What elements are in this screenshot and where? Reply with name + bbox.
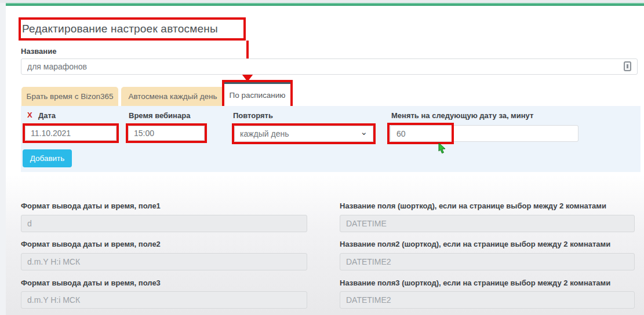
date-annotation-box xyxy=(23,123,119,143)
tab-schedule[interactable]: По расписанию xyxy=(224,82,290,106)
title-annotation-box: Редактирование настроек автосмены xyxy=(19,17,246,41)
minutes-input[interactable] xyxy=(390,125,578,142)
format-field1-label: Формат вывода даты и время, поле1 xyxy=(21,202,307,210)
time-label: Время вебинара xyxy=(129,111,190,120)
time-input[interactable] xyxy=(128,126,205,141)
top-green-line xyxy=(5,3,644,6)
autoswap-settings-page: Редактирование настроек автосмены Назван… xyxy=(0,0,644,315)
shortcode-field1-input[interactable] xyxy=(340,215,635,232)
tab-daily[interactable]: Автосмена каждый день xyxy=(121,87,224,106)
chevron-down-icon: ⌄ xyxy=(360,127,368,137)
schedule-panel: X Дата Время вебинара Повторять Менять н… xyxy=(21,106,641,172)
format-field3-label: Формат вывода даты и время, поле3 xyxy=(21,279,307,287)
tab-bizon365[interactable]: Брать время с Bizon365 xyxy=(21,87,118,106)
repeat-select-value: каждый день xyxy=(240,129,289,138)
shortcode-field2-label: Название поля2 (шорткод), если на страни… xyxy=(340,240,635,248)
format-field2-label: Формат вывода даты и время, поле2 xyxy=(21,240,307,248)
time-annotation-box xyxy=(126,123,207,143)
format-field2-input[interactable] xyxy=(21,253,307,270)
minutes-label: Менять на следующую дату за, минут xyxy=(391,111,533,120)
repeat-label: Повторять xyxy=(233,111,273,120)
format-field1-input[interactable] xyxy=(21,215,307,232)
repeat-select[interactable]: каждый день ⌄ xyxy=(234,126,373,142)
date-label: Дата xyxy=(38,111,56,120)
name-input-wrap xyxy=(21,58,638,75)
name-input[interactable] xyxy=(21,58,638,75)
shortcode-field2-input[interactable] xyxy=(340,253,635,270)
tab-schedule-annotation-box: По расписанию xyxy=(222,80,293,108)
name-label: Название xyxy=(21,47,56,56)
add-button[interactable]: Добавить xyxy=(23,149,72,167)
left-gutter xyxy=(0,3,6,315)
format-field3-input[interactable] xyxy=(21,291,307,309)
input-helper-icon[interactable] xyxy=(624,61,631,71)
repeat-annotation-box: каждый день ⌄ xyxy=(232,123,376,144)
shortcode-field3-label: Название поля3 (шорткод), если на страни… xyxy=(340,279,635,287)
page-title: Редактирование настроек автосмены xyxy=(21,23,218,35)
remove-date-icon[interactable]: X xyxy=(27,111,32,119)
shortcode-field1-label: Название поля (шорткод), если на страниц… xyxy=(340,202,635,210)
date-input[interactable] xyxy=(25,126,117,141)
shortcode-field3-input[interactable] xyxy=(340,291,635,309)
